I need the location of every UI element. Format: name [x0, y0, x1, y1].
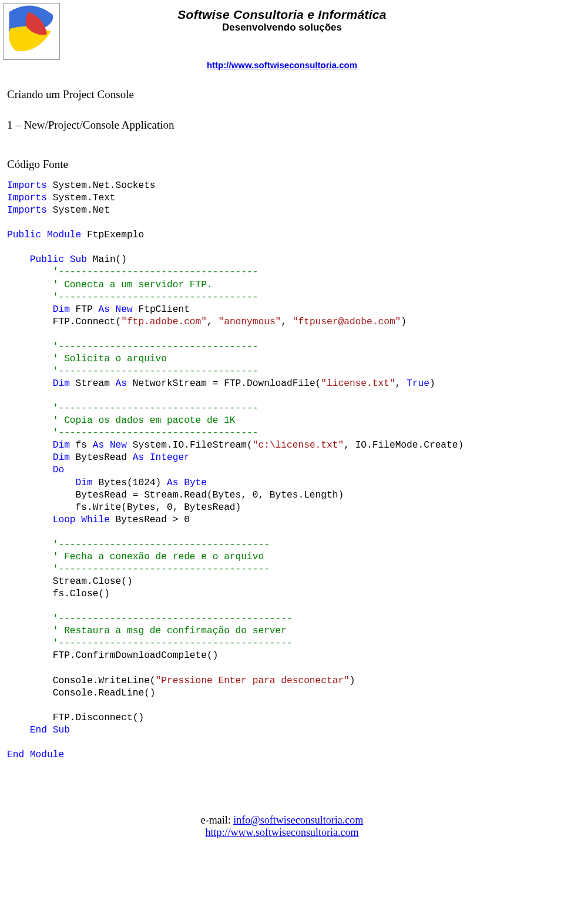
- code-text: System.Net.Sockets: [47, 180, 156, 191]
- code-comment: ' Fecha a conexão de rede e o arquivo: [53, 552, 264, 562]
- code-keyword: As: [93, 440, 104, 451]
- source-code-block: Imports System.Net.Sockets Imports Syste…: [7, 180, 561, 761]
- code-text: Stream: [70, 378, 116, 389]
- code-text: Console.ReadLine(): [53, 688, 156, 698]
- code-comment: ' Conecta a um servidor FTP.: [53, 280, 213, 290]
- code-keyword: Imports: [7, 193, 47, 203]
- code-text: FTP.Connect(: [53, 317, 122, 327]
- code-comment: '-----------------------------------: [53, 267, 258, 277]
- code-text: NetworkStream = FTP.DownloadFile(: [127, 378, 321, 389]
- code-keyword: Loop: [53, 515, 76, 525]
- code-keyword: Sub: [53, 725, 70, 735]
- code-text: FTP.ConfirmDownloadComplete(): [53, 650, 219, 661]
- code-keyword: End: [30, 725, 47, 735]
- code-keyword: New: [116, 304, 133, 315]
- section-title-1: Criando um Project Console: [7, 88, 561, 101]
- code-text: BytesRead: [70, 452, 133, 463]
- code-keyword: New: [110, 440, 127, 451]
- code-text: ): [401, 317, 407, 327]
- code-keyword: Dim: [53, 452, 70, 463]
- code-comment: '-----------------------------------: [53, 292, 258, 303]
- code-keyword: Module: [47, 230, 81, 240]
- code-text: fs.Write(Bytes, 0, BytesRead): [76, 502, 241, 513]
- section-title-2: 1 – New/Project/Console Application: [7, 119, 561, 132]
- code-text: Main(): [87, 254, 127, 265]
- code-string: "ftpuser@adobe.com": [293, 317, 401, 327]
- code-text: BytesRead = Stream.Read(Bytes, 0, Bytes.…: [76, 490, 344, 500]
- code-text: fs: [70, 440, 93, 451]
- code-string: "Pressione Enter para desconectar": [156, 676, 350, 686]
- code-text: FTP.Disconnect(): [53, 713, 144, 723]
- code-comment: '-----------------------------------: [53, 428, 258, 438]
- code-text: [47, 725, 53, 735]
- code-text: ,: [395, 378, 407, 389]
- section-title-3: Código Fonte: [7, 158, 561, 171]
- code-keyword: Dim: [53, 378, 70, 389]
- code-text: [64, 254, 70, 265]
- code-keyword: While: [81, 515, 110, 525]
- code-text: [110, 304, 116, 315]
- code-keyword: As: [167, 478, 178, 488]
- company-name: Softwise Consultoria e Informática: [0, 8, 564, 22]
- code-text: , IO.FileMode.Create): [344, 440, 464, 451]
- code-comment: '-------------------------------------: [53, 564, 270, 574]
- code-keyword: Dim: [76, 478, 93, 488]
- code-text: [144, 452, 150, 463]
- code-text: ,: [281, 317, 292, 327]
- code-comment: '-------------------------------------: [53, 539, 270, 550]
- code-keyword: Public: [30, 254, 64, 265]
- code-string: "license.txt": [321, 378, 395, 389]
- code-keyword: Imports: [7, 180, 47, 191]
- code-comment: '-----------------------------------: [53, 403, 258, 414]
- code-text: [41, 230, 47, 240]
- code-keyword: Module: [30, 750, 64, 760]
- company-tagline: Desenvolvendo soluções: [0, 22, 564, 33]
- code-text: FTP: [70, 304, 99, 315]
- footer-url-link[interactable]: http://www.softwiseconsultoria.com: [206, 826, 359, 838]
- code-comment: ' Copia os dados em pacote de 1K: [53, 415, 236, 426]
- code-keyword: Public: [7, 230, 41, 240]
- code-keyword: Dim: [53, 304, 70, 315]
- code-comment: '---------------------------------------…: [53, 613, 293, 624]
- code-text: System.IO.FileStream(: [127, 440, 253, 451]
- code-keyword: Dim: [53, 440, 70, 451]
- header-url-link[interactable]: http://www.softwiseconsultoria.com: [207, 60, 357, 70]
- code-comment: ' Solicita o arquivo: [53, 354, 167, 364]
- code-text: [104, 440, 110, 451]
- code-text: [178, 478, 184, 488]
- code-keyword: End: [7, 750, 24, 760]
- code-comment: '---------------------------------------…: [53, 638, 293, 649]
- footer-email-label: e-mail:: [201, 814, 233, 826]
- code-keyword: True: [407, 378, 429, 389]
- company-logo: [3, 3, 60, 60]
- code-string: "ftp.adobe.com": [121, 317, 207, 327]
- code-keyword: Sub: [70, 254, 87, 265]
- code-text: Stream.Close(): [53, 576, 133, 587]
- code-comment: '-----------------------------------: [53, 366, 258, 377]
- code-string: "c:\license.txt": [253, 440, 344, 451]
- code-keyword: As: [116, 378, 127, 389]
- code-text: [24, 750, 30, 760]
- code-text: fs.Close(): [53, 589, 110, 599]
- code-keyword: Byte: [184, 478, 207, 488]
- code-keyword: As: [98, 304, 109, 315]
- code-text: [76, 515, 82, 525]
- code-indent: [7, 254, 30, 265]
- code-text: BytesRead > 0: [110, 515, 190, 525]
- code-keyword: Imports: [7, 205, 47, 216]
- code-text: Bytes(1024): [93, 478, 167, 488]
- code-keyword: Integer: [150, 452, 190, 463]
- code-text: ): [429, 378, 435, 389]
- code-text: System.Text: [47, 193, 116, 203]
- code-comment: ' Restaura a msg de confirmação do serve…: [53, 626, 287, 636]
- code-keyword: Do: [53, 465, 64, 475]
- code-text: Console.WriteLine(: [53, 676, 156, 686]
- code-comment: '-----------------------------------: [53, 341, 258, 352]
- code-text: ,: [207, 317, 218, 327]
- code-text: FtpClient: [133, 304, 190, 315]
- code-string: "anonymous": [218, 317, 281, 327]
- code-text: System.Net: [47, 205, 110, 216]
- code-text: FtpExemplo: [81, 230, 144, 240]
- footer-email-link[interactable]: info@softwiseconsultoria.com: [233, 814, 363, 826]
- code-text: ): [350, 676, 355, 686]
